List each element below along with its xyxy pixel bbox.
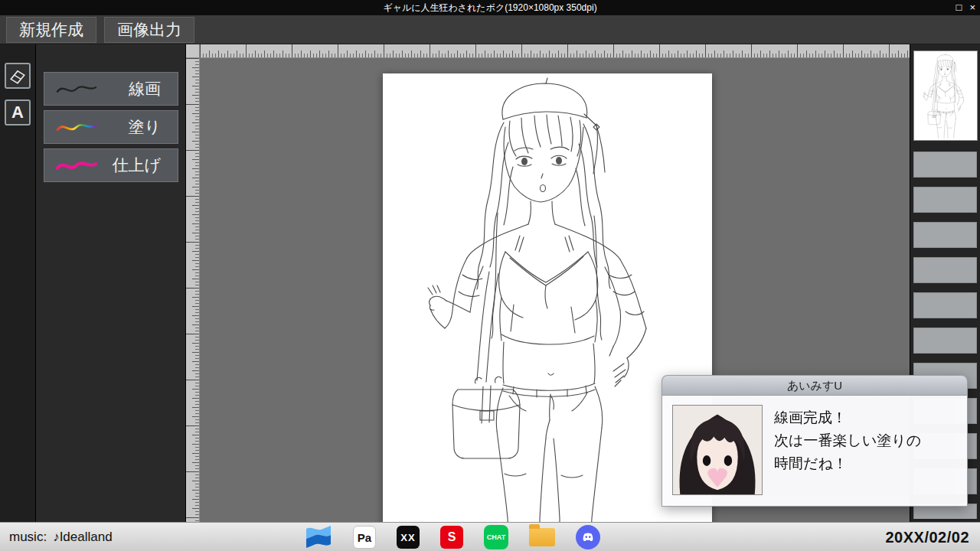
dialogue-box[interactable]: あいみすU 線画完成！ 次は一番楽しい塗りの 時間だね！: [662, 375, 968, 507]
s-app-icon[interactable]: S: [440, 526, 463, 549]
close-button[interactable]: ×: [969, 0, 975, 15]
finish-stroke-icon: [52, 155, 101, 175]
app-window: ギャルに人生狂わされたボク(1920×1080px 350dpi) □ × 新規…: [0, 0, 980, 551]
vertical-ruler: [186, 58, 200, 522]
dialogue-line: 次は一番楽しい塗りの: [774, 429, 961, 452]
text-tool-icon: A: [11, 103, 24, 122]
layer-slot[interactable]: [913, 328, 977, 354]
folder-icon[interactable]: [529, 528, 555, 546]
brush-paint-label: 塗り: [129, 116, 162, 138]
layer-slot[interactable]: [913, 152, 977, 178]
game-app-icon[interactable]: [576, 525, 600, 549]
text-tool-button[interactable]: A: [5, 99, 31, 126]
eraser-tool-button[interactable]: [5, 63, 31, 89]
layer-slot[interactable]: [913, 292, 977, 318]
paint-stroke-icon: [52, 117, 101, 137]
dialogue-line: 時間だね！: [774, 452, 961, 475]
music-label: music:: [9, 530, 47, 545]
brush-paint-button[interactable]: 塗り: [44, 110, 178, 144]
menu-bar: 新規作成 画像出力: [0, 15, 980, 44]
speaker-avatar: [672, 405, 763, 495]
taskbar-icons: Pa XX S CHAT: [305, 523, 600, 551]
brush-lineart-label: 線画: [129, 78, 161, 99]
tool-strip: A: [0, 44, 35, 522]
dialogue-text: 線画完成！ 次は一番楽しい塗りの 時間だね！: [774, 406, 961, 475]
chat-app-icon[interactable]: CHAT: [484, 525, 508, 549]
avatar-face: [673, 406, 762, 494]
artwork-thumbnail[interactable]: [913, 51, 978, 141]
layer-slot[interactable]: [913, 187, 977, 213]
music-track: ♪Idealland: [53, 530, 113, 545]
xx-app-icon[interactable]: XX: [397, 526, 420, 549]
task-bar: music: ♪Idealland Pa XX S CHAT 20XX/02/0…: [0, 522, 980, 551]
ruler-corner: [186, 44, 200, 58]
game-controller-glyph: [579, 528, 597, 546]
title-bar: ギャルに人生狂わされたボク(1920×1080px 350dpi) □ ×: [0, 0, 980, 15]
brush-lineart-button[interactable]: 線画: [44, 72, 178, 106]
layer-slot[interactable]: [913, 222, 977, 248]
horizontal-ruler: [200, 44, 910, 58]
export-image-button[interactable]: 画像出力: [104, 17, 194, 43]
maximize-button[interactable]: □: [956, 0, 962, 15]
dialogue-body: 線画完成！ 次は一番楽しい塗りの 時間だね！: [662, 395, 968, 507]
brush-finish-button[interactable]: 仕上げ: [44, 148, 178, 182]
lineart-stroke-icon: [52, 79, 101, 99]
pa-app-icon[interactable]: Pa: [353, 526, 376, 549]
date-display: 20XX/02/02: [885, 523, 969, 551]
thumbnail-artwork: [915, 53, 976, 139]
flag-app-icon[interactable]: [305, 526, 332, 549]
speaker-name: あいみすU: [662, 375, 968, 395]
window-title: ギャルに人生狂わされたボク(1920×1080px 350dpi): [383, 2, 596, 13]
brush-finish-label: 仕上げ: [113, 155, 162, 176]
dialogue-line: 線画完成！: [774, 406, 961, 429]
brush-panel: 線画 塗り 仕上げ: [35, 44, 185, 522]
eraser-icon: [7, 65, 28, 86]
new-file-button[interactable]: 新規作成: [6, 17, 96, 43]
layer-slot[interactable]: [913, 257, 977, 283]
music-indicator: music: ♪Idealland: [9, 523, 113, 551]
